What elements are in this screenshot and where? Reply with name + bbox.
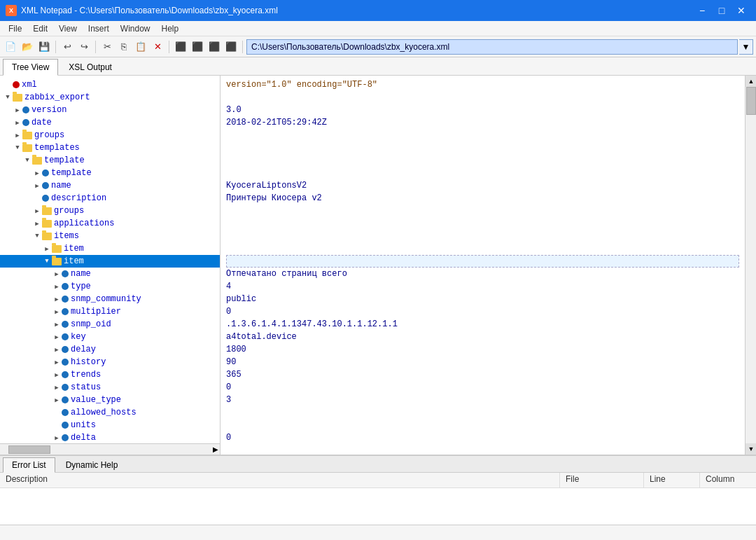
- menu-window[interactable]: Window: [115, 22, 156, 35]
- open-button[interactable]: 📂: [20, 39, 35, 55]
- tree-node-applications[interactable]: ▶ applications: [0, 217, 220, 230]
- minimize-button[interactable]: −: [693, 4, 711, 18]
- menu-insert[interactable]: Insert: [83, 22, 115, 35]
- new-button[interactable]: 📄: [3, 39, 18, 55]
- tab-tree-view[interactable]: Tree View: [3, 59, 58, 76]
- tree-node-name[interactable]: ▶ name: [0, 179, 220, 192]
- expand-icon-name[interactable]: ▶: [32, 181, 42, 191]
- tree-node-type[interactable]: ▶ type: [0, 280, 220, 293]
- tree-node-units[interactable]: units: [0, 419, 220, 431]
- menu-bar: File Edit View Insert Window Help: [0, 21, 756, 36]
- expand-icon-version[interactable]: ▶: [13, 105, 22, 115]
- xml-line-item-community: public: [226, 293, 739, 305]
- redo-button[interactable]: ↪: [76, 39, 92, 55]
- xml-line-blank2: [226, 129, 739, 141]
- tree-node-status[interactable]: ▶ status: [0, 381, 220, 394]
- cut-button[interactable]: ✂: [99, 39, 115, 55]
- menu-help[interactable]: Help: [156, 22, 185, 35]
- expand-icon-key[interactable]: ▶: [52, 332, 62, 342]
- expand-icon-trends[interactable]: ▶: [52, 370, 62, 380]
- tree-node-templates[interactable]: ▼ templates: [0, 141, 220, 154]
- nav-down-button[interactable]: ⬛: [223, 39, 239, 55]
- save-button[interactable]: 💾: [36, 39, 52, 55]
- tree-node-groups2[interactable]: ▶ groups: [0, 205, 220, 217]
- node-icon-trends: [62, 371, 69, 378]
- expand-icon-delta[interactable]: ▶: [52, 433, 62, 443]
- expand-icon-groups[interactable]: ▶: [13, 130, 22, 140]
- tree-node-version[interactable]: ▶ version: [0, 104, 220, 116]
- tree-node-xml[interactable]: xml: [0, 78, 220, 91]
- paste-button[interactable]: 📋: [133, 39, 148, 55]
- menu-file[interactable]: File: [3, 22, 27, 35]
- vscroll-down-arrow[interactable]: ▼: [746, 443, 756, 455]
- expand-icon-name2[interactable]: ▶: [52, 269, 62, 279]
- tree-node-allowed_hosts[interactable]: allowed_hosts: [0, 406, 220, 419]
- app-icon: X: [6, 5, 17, 16]
- tree-node-item2[interactable]: ▼ item: [0, 255, 220, 268]
- tree-node-value_type[interactable]: ▶ value_type: [0, 394, 220, 406]
- tree-hscroll-thumb[interactable]: [8, 445, 50, 454]
- expand-icon-snmp_community[interactable]: ▶: [52, 294, 62, 304]
- tree-node-key[interactable]: ▶ key: [0, 331, 220, 343]
- node-icon-units: [62, 422, 69, 429]
- expand-icon-groups2[interactable]: ▶: [32, 206, 42, 216]
- tree-node-items[interactable]: ▼ items: [0, 230, 220, 242]
- expand-icon-item1[interactable]: ▶: [42, 244, 52, 254]
- maximize-button[interactable]: □: [713, 4, 731, 18]
- xml-line-blank7: [226, 217, 739, 230]
- xml-vscroll[interactable]: ▲ ▼: [745, 76, 756, 455]
- tree-node-date[interactable]: ▶ date: [0, 116, 220, 129]
- path-input[interactable]: C:\Users\Пользователь\Downloads\zbx_kyoc…: [246, 39, 738, 55]
- close-button[interactable]: ✕: [732, 4, 750, 18]
- tree-node-multiplier[interactable]: ▶ multiplier: [0, 305, 220, 318]
- copy-button[interactable]: ⎘: [116, 39, 132, 55]
- tree-node-snmp_oid[interactable]: ▶ snmp_oid: [0, 318, 220, 331]
- expand-icon-snmp_oid[interactable]: ▶: [52, 319, 62, 329]
- undo-button[interactable]: ↩: [59, 39, 75, 55]
- expand-icon-value_type[interactable]: ▶: [52, 395, 62, 405]
- tree-node-snmp_community[interactable]: ▶ snmp_community: [0, 293, 220, 305]
- tree-node-description[interactable]: description: [0, 192, 220, 205]
- tab-xsl-output[interactable]: XSL Output: [59, 59, 121, 75]
- hscroll-right-arrow[interactable]: ▶: [213, 445, 218, 453]
- expand-icon-status[interactable]: ▶: [52, 382, 62, 392]
- expand-icon-history[interactable]: ▶: [52, 357, 62, 367]
- nav-next-button[interactable]: ⬛: [190, 39, 205, 55]
- vscroll-thumb[interactable]: [746, 87, 756, 115]
- nav-up-button[interactable]: ⬛: [206, 39, 222, 55]
- tree-node-delta[interactable]: ▶ delta: [0, 431, 220, 443]
- expand-icon-items[interactable]: ▼: [32, 231, 42, 241]
- expand-icon-allowed_hosts[interactable]: [52, 408, 62, 417]
- expand-icon-xml[interactable]: [3, 80, 13, 90]
- expand-icon-date[interactable]: ▶: [13, 118, 22, 127]
- tab-error-list[interactable]: Error List: [3, 457, 55, 473]
- expand-icon-delay[interactable]: ▶: [52, 345, 62, 354]
- expand-icon-item2[interactable]: ▼: [42, 256, 52, 266]
- tree-node-template2[interactable]: ▶ template: [0, 167, 220, 179]
- expand-icon-templates[interactable]: ▼: [13, 143, 22, 153]
- tree-node-groups[interactable]: ▶ groups: [0, 129, 220, 141]
- tree-node-name2[interactable]: ▶ name: [0, 268, 220, 280]
- vscroll-up-arrow[interactable]: ▲: [746, 76, 756, 87]
- tree-hscroll[interactable]: ▶: [0, 443, 220, 455]
- expand-icon-template2[interactable]: ▶: [32, 168, 42, 178]
- expand-icon-applications[interactable]: ▶: [32, 219, 42, 228]
- menu-edit[interactable]: Edit: [27, 22, 53, 35]
- expand-icon-zabbix_export[interactable]: ▼: [3, 92, 13, 102]
- delete-button[interactable]: ✕: [150, 39, 165, 55]
- tree-node-item1[interactable]: ▶ item: [0, 242, 220, 255]
- tree-node-history[interactable]: ▶ history: [0, 356, 220, 368]
- path-dropdown[interactable]: ▼: [739, 39, 753, 55]
- tree-node-delay[interactable]: ▶ delay: [0, 343, 220, 356]
- tree-node-zabbix_export[interactable]: ▼ zabbix_export: [0, 91, 220, 104]
- expand-icon-type[interactable]: ▶: [52, 282, 62, 291]
- tree-node-template[interactable]: ▼ template: [0, 154, 220, 167]
- nav-prev-button[interactable]: ⬛: [173, 39, 188, 55]
- expand-icon-template[interactable]: ▼: [22, 155, 32, 165]
- expand-icon-description[interactable]: [32, 193, 42, 203]
- tab-dynamic-help[interactable]: Dynamic Help: [57, 457, 127, 472]
- expand-icon-units[interactable]: [52, 420, 62, 430]
- tree-node-trends[interactable]: ▶ trends: [0, 368, 220, 381]
- expand-icon-multiplier[interactable]: ▶: [52, 307, 62, 317]
- menu-view[interactable]: View: [53, 22, 83, 35]
